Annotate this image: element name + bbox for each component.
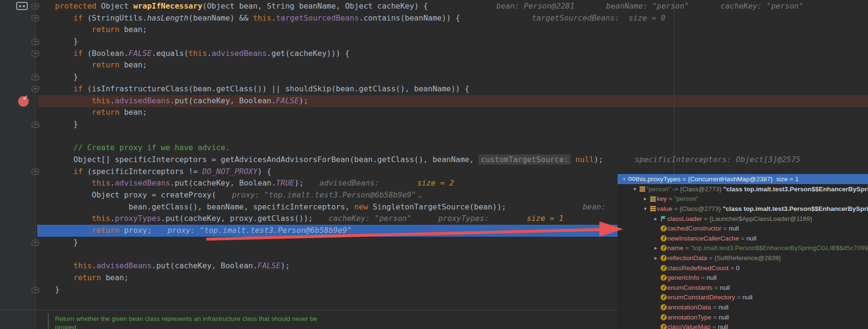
- fold-marker[interactable]: −: [32, 169, 39, 175]
- inline-debug-hint[interactable]: cacheKey: "person": [720, 0, 803, 12]
- chevron-right-icon[interactable]: ▸: [652, 245, 660, 251]
- variable-text: annotationType: [667, 314, 711, 321]
- value-icon: [649, 196, 657, 202]
- inline-debug-hint[interactable]: size = 1: [527, 213, 564, 225]
- fold-marker[interactable]: −: [32, 51, 39, 57]
- code-token: );: [281, 261, 290, 270]
- field-icon: f: [660, 274, 667, 281]
- variable-text: =: [672, 205, 679, 212]
- inline-debug-hint[interactable]: proxy: "top.imalt.test3.Person@6b58b9e9": [167, 225, 351, 237]
- inline-debug-hint[interactable]: proxy: "top.imalt.test3.Person@6b58b9e9": [232, 189, 416, 201]
- code-line[interactable]: this.advisedBeans.put(cacheKey, Boolean.…: [0, 95, 868, 107]
- inline-debug-hint[interactable]: beanName: "person": [606, 0, 689, 12]
- chevron-right-icon[interactable]: ▸: [641, 196, 649, 202]
- variable-row[interactable]: fannotationData = null: [618, 302, 868, 312]
- variable-row[interactable]: fenumConstants = null: [618, 283, 868, 293]
- code-token: );: [594, 155, 603, 164]
- variable-row[interactable]: fclassRedefinedCount = 0: [618, 263, 868, 273]
- inline-debug-hint[interactable]: targetSourcedBeans: size = 0: [532, 12, 665, 24]
- doc-comment-line: Return whether the given bean class repr…: [55, 315, 317, 322]
- code-token: this: [92, 96, 110, 105]
- code-token: this: [253, 13, 271, 22]
- code-token: ) {: [258, 167, 271, 176]
- popup-header-row[interactable]: ▾this.proxyTypes = {ConcurrentHashMap@23…: [618, 174, 868, 184]
- code-line[interactable]: if (isInfrastructureClass(bean.getClass(…: [0, 83, 868, 95]
- code-line[interactable]: if (Boolean.FALSE.equals(this.advisedBea…: [0, 48, 868, 60]
- inline-debug-hint[interactable]: bean: Person@2281: [496, 0, 575, 12]
- code-token: .: [271, 13, 276, 22]
- field-icon: f: [660, 285, 667, 291]
- variable-row[interactable]: ▸fname = "top.imalt.test3.Person$$Enhanc…: [618, 243, 868, 253]
- code-token: if: [74, 167, 83, 176]
- code-line[interactable]: Object[] specificInterceptors = getAdvic…: [0, 154, 868, 166]
- variable-text: "person": [646, 186, 671, 193]
- chevron-right-icon[interactable]: ▸: [652, 216, 660, 222]
- variable-row[interactable]: fenumConstantDirectory = null: [618, 293, 868, 303]
- fold-marker[interactable]: −: [32, 15, 39, 22]
- chevron-right-icon[interactable]: ▸: [652, 255, 660, 261]
- inline-debug-hint[interactable]: size = 2: [417, 177, 454, 189]
- code-token: new: [354, 202, 368, 211]
- code-line[interactable]: [0, 131, 868, 143]
- variable-text: cachedConstructor: [667, 225, 721, 232]
- chevron-down-icon[interactable]: ▾: [620, 176, 628, 182]
- expand-value-chevron-icon[interactable]: ⌄: [417, 189, 422, 201]
- code-line[interactable]: }: [0, 71, 868, 83]
- chevron-down-icon[interactable]: ▾: [641, 206, 649, 212]
- code-line[interactable]: protected Object wrapIfNecessary(Object …: [0, 0, 868, 12]
- code-token: .: [207, 49, 212, 58]
- code-line[interactable]: // Create proxy if we have advice.: [0, 142, 868, 154]
- code-line[interactable]: return bean;: [0, 107, 868, 119]
- code-token: advisedBeans: [97, 261, 152, 270]
- fold-marker[interactable]: −: [32, 86, 39, 92]
- watch-icon: [628, 176, 636, 182]
- variable-row[interactable]: ▾"person" -> {Class@2773} "class top.ima…: [618, 184, 868, 194]
- code-token: (Object bean, String beanName, Object ca…: [202, 1, 428, 11]
- inline-debug-hint[interactable]: proxyTypes:: [438, 213, 498, 225]
- inline-debug-hint[interactable]: advisedBeans:: [319, 177, 389, 189]
- variable-row[interactable]: fclassValueMap = null: [618, 322, 868, 329]
- fold-marker[interactable]: −: [32, 287, 39, 293]
- inline-debug-hint[interactable]: specificInterceptors: Object[3]@2575: [635, 154, 801, 166]
- field-icon: f: [660, 294, 667, 300]
- code-line[interactable]: }: [0, 36, 868, 48]
- classloader-flag-icon: [660, 216, 667, 222]
- variable-row[interactable]: ▾value = {Class@2773} "class top.imalt.t…: [618, 204, 868, 214]
- code-token: if: [74, 84, 83, 93]
- variable-text: name: [667, 244, 684, 252]
- fold-marker[interactable]: −: [32, 39, 39, 45]
- variable-row[interactable]: ▸classLoader = {Launcher$AppClassLoader@…: [618, 214, 868, 224]
- variable-row[interactable]: fgenericInfo = null: [618, 273, 868, 283]
- code-line[interactable]: return bean;: [0, 59, 868, 71]
- code-token: FALSE: [258, 261, 281, 270]
- variable-text: genericInfo: [667, 274, 699, 281]
- fold-marker[interactable]: −: [32, 3, 39, 10]
- code-token: .: [92, 261, 97, 270]
- variable-text: enumConstantDirectory: [667, 294, 735, 301]
- code-line[interactable]: }: [0, 119, 868, 131]
- variable-text: annotationData: [667, 304, 711, 311]
- code-line[interactable]: return bean;: [0, 24, 868, 36]
- fold-marker[interactable]: −: [32, 74, 39, 80]
- variable-text: 0: [736, 264, 740, 272]
- code-token: (beanName) &&: [188, 13, 253, 22]
- variable-row[interactable]: fannotationType = null: [618, 312, 868, 322]
- code-token: .: [110, 178, 115, 187]
- inline-debug-hint[interactable]: cacheKey: "person": [328, 213, 411, 225]
- variable-row[interactable]: fnewInstanceCallerCache = null: [618, 233, 868, 243]
- variable-row[interactable]: fcachedConstructor = null: [618, 223, 868, 233]
- variable-row[interactable]: ▸key = "person": [618, 194, 868, 204]
- doc-comment-line: proxied.: [55, 324, 78, 329]
- fold-marker[interactable]: −: [32, 121, 39, 128]
- code-token: protected: [55, 1, 101, 11]
- variable-text: enumConstants: [667, 284, 713, 291]
- fold-marker[interactable]: −: [32, 240, 39, 246]
- code-token: (Boolean.: [83, 49, 129, 58]
- variable-text: "class top.imalt.test3.Person$$EnhancerB…: [723, 186, 868, 193]
- parameter-name-hint[interactable]: customTargetSource:: [478, 154, 571, 164]
- inline-debug-hint[interactable]: bean:: [583, 201, 606, 213]
- variable-row[interactable]: ▸freflectionData = {SoftReference@2839}: [618, 253, 868, 263]
- chevron-down-icon[interactable]: ▾: [631, 186, 639, 192]
- code-line[interactable]: if (StringUtils.hasLength(beanName) && t…: [0, 12, 868, 24]
- variable-text: =: [739, 235, 746, 242]
